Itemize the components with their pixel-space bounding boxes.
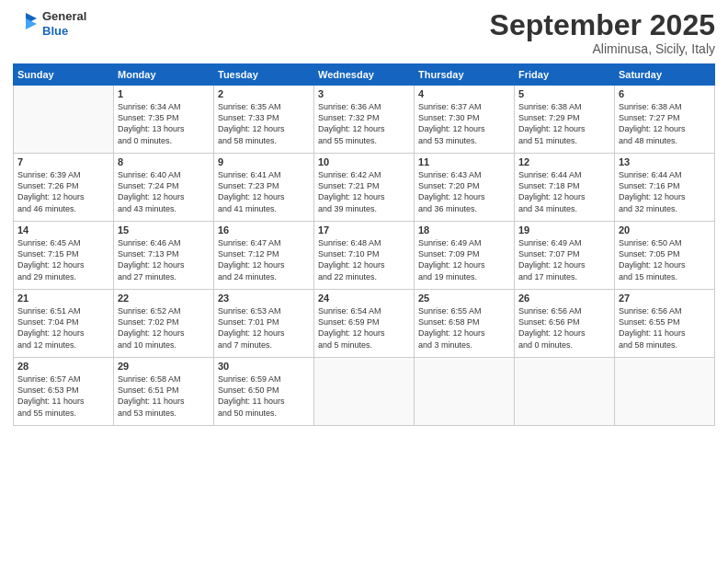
- day-info: Sunrise: 6:38 AMSunset: 7:27 PMDaylight:…: [619, 101, 711, 146]
- day-number: 15: [118, 224, 210, 236]
- logo-blue: Blue: [42, 24, 68, 38]
- day-number: 8: [118, 156, 210, 167]
- table-row: 1Sunrise: 6:34 AMSunset: 7:35 PMDaylight…: [114, 86, 214, 154]
- col-sunday: Sunday: [14, 64, 114, 86]
- day-number: 27: [619, 293, 711, 304]
- day-info: Sunrise: 6:54 AMSunset: 6:59 PMDaylight:…: [318, 305, 410, 350]
- day-number: 23: [218, 293, 310, 304]
- table-row: [515, 358, 615, 426]
- day-info: Sunrise: 6:47 AMSunset: 7:12 PMDaylight:…: [218, 237, 310, 282]
- day-info: Sunrise: 6:48 AMSunset: 7:10 PMDaylight:…: [318, 237, 410, 282]
- table-row: [14, 86, 114, 154]
- col-friday: Friday: [515, 64, 615, 86]
- day-number: 5: [518, 88, 610, 99]
- table-row: 21Sunrise: 6:51 AMSunset: 7:04 PMDayligh…: [14, 290, 114, 358]
- day-info: Sunrise: 6:52 AMSunset: 7:02 PMDaylight:…: [118, 305, 210, 350]
- day-number: 11: [418, 156, 510, 167]
- day-info: Sunrise: 6:59 AMSunset: 6:50 PMDaylight:…: [218, 373, 310, 419]
- day-info: Sunrise: 6:53 AMSunset: 7:01 PMDaylight:…: [218, 305, 310, 350]
- day-info: Sunrise: 6:49 AMSunset: 7:09 PMDaylight:…: [418, 237, 510, 282]
- day-number: 17: [318, 224, 410, 236]
- table-row: 19Sunrise: 6:49 AMSunset: 7:07 PMDayligh…: [515, 222, 615, 290]
- day-info: Sunrise: 6:55 AMSunset: 6:58 PMDaylight:…: [418, 305, 510, 350]
- day-number: 25: [418, 293, 510, 304]
- day-number: 14: [17, 224, 109, 236]
- table-row: 3Sunrise: 6:36 AMSunset: 7:32 PMDaylight…: [314, 86, 415, 154]
- day-info: Sunrise: 6:44 AMSunset: 7:16 PMDaylight:…: [619, 169, 711, 214]
- day-info: Sunrise: 6:56 AMSunset: 6:56 PMDaylight:…: [518, 305, 610, 350]
- logo-icon: [13, 11, 39, 37]
- day-number: 6: [619, 88, 711, 99]
- table-row: 13Sunrise: 6:44 AMSunset: 7:16 PMDayligh…: [615, 154, 715, 222]
- table-row: 23Sunrise: 6:53 AMSunset: 7:01 PMDayligh…: [214, 290, 314, 358]
- day-info: Sunrise: 6:37 AMSunset: 7:30 PMDaylight:…: [418, 101, 510, 146]
- calendar-week-row: 28Sunrise: 6:57 AMSunset: 6:53 PMDayligh…: [14, 358, 715, 426]
- day-number: 21: [17, 293, 109, 304]
- day-number: 12: [518, 156, 610, 167]
- day-info: Sunrise: 6:40 AMSunset: 7:24 PMDaylight:…: [118, 169, 210, 214]
- table-row: 26Sunrise: 6:56 AMSunset: 6:56 PMDayligh…: [515, 290, 615, 358]
- day-info: Sunrise: 6:41 AMSunset: 7:23 PMDaylight:…: [218, 169, 310, 214]
- day-info: Sunrise: 6:49 AMSunset: 7:07 PMDaylight:…: [518, 237, 610, 282]
- day-number: 20: [619, 224, 711, 236]
- col-wednesday: Wednesday: [314, 64, 415, 86]
- col-monday: Monday: [114, 64, 214, 86]
- logo: General Blue: [13, 9, 86, 38]
- table-row: 5Sunrise: 6:38 AMSunset: 7:29 PMDaylight…: [515, 86, 615, 154]
- table-row: 22Sunrise: 6:52 AMSunset: 7:02 PMDayligh…: [114, 290, 214, 358]
- calendar-week-row: 21Sunrise: 6:51 AMSunset: 7:04 PMDayligh…: [14, 290, 715, 358]
- logo-text: General Blue: [42, 9, 86, 38]
- day-number: 18: [418, 224, 510, 236]
- day-info: Sunrise: 6:56 AMSunset: 6:55 PMDaylight:…: [619, 305, 711, 350]
- table-row: 6Sunrise: 6:38 AMSunset: 7:27 PMDaylight…: [615, 86, 715, 154]
- day-info: Sunrise: 6:57 AMSunset: 6:53 PMDaylight:…: [17, 373, 109, 419]
- table-row: 10Sunrise: 6:42 AMSunset: 7:21 PMDayligh…: [314, 154, 415, 222]
- table-row: 27Sunrise: 6:56 AMSunset: 6:55 PMDayligh…: [615, 290, 715, 358]
- calendar-header-row: Sunday Monday Tuesday Wednesday Thursday…: [14, 64, 715, 86]
- table-row: 18Sunrise: 6:49 AMSunset: 7:09 PMDayligh…: [415, 222, 515, 290]
- table-row: 24Sunrise: 6:54 AMSunset: 6:59 PMDayligh…: [314, 290, 415, 358]
- day-number: 24: [318, 293, 410, 304]
- day-info: Sunrise: 6:43 AMSunset: 7:20 PMDaylight:…: [418, 169, 510, 214]
- day-number: 26: [518, 293, 610, 304]
- day-info: Sunrise: 6:46 AMSunset: 7:13 PMDaylight:…: [118, 237, 210, 282]
- day-number: 22: [118, 293, 210, 304]
- day-number: 28: [17, 361, 109, 372]
- day-info: Sunrise: 6:42 AMSunset: 7:21 PMDaylight:…: [318, 169, 410, 214]
- calendar-week-row: 1Sunrise: 6:34 AMSunset: 7:35 PMDaylight…: [14, 86, 715, 154]
- day-info: Sunrise: 6:51 AMSunset: 7:04 PMDaylight:…: [17, 305, 109, 350]
- table-row: 17Sunrise: 6:48 AMSunset: 7:10 PMDayligh…: [314, 222, 415, 290]
- day-info: Sunrise: 6:50 AMSunset: 7:05 PMDaylight:…: [619, 237, 711, 282]
- day-info: Sunrise: 6:39 AMSunset: 7:26 PMDaylight:…: [17, 169, 109, 214]
- day-number: 13: [619, 156, 711, 167]
- day-number: 19: [518, 224, 610, 236]
- day-number: 1: [118, 88, 210, 99]
- table-row: 16Sunrise: 6:47 AMSunset: 7:12 PMDayligh…: [214, 222, 314, 290]
- day-info: Sunrise: 6:35 AMSunset: 7:33 PMDaylight:…: [218, 101, 310, 146]
- table-row: 12Sunrise: 6:44 AMSunset: 7:18 PMDayligh…: [515, 154, 615, 222]
- col-saturday: Saturday: [615, 64, 715, 86]
- day-number: 29: [118, 361, 210, 372]
- day-number: 3: [318, 88, 410, 99]
- day-number: 9: [218, 156, 310, 167]
- table-row: 14Sunrise: 6:45 AMSunset: 7:15 PMDayligh…: [14, 222, 114, 290]
- table-row: 4Sunrise: 6:37 AMSunset: 7:30 PMDaylight…: [415, 86, 515, 154]
- day-info: Sunrise: 6:36 AMSunset: 7:32 PMDaylight:…: [318, 101, 410, 146]
- header: General Blue September 2025 Aliminusa, S…: [13, 9, 715, 56]
- calendar-week-row: 7Sunrise: 6:39 AMSunset: 7:26 PMDaylight…: [14, 154, 715, 222]
- table-row: 30Sunrise: 6:59 AMSunset: 6:50 PMDayligh…: [214, 358, 314, 426]
- title-block: September 2025 Aliminusa, Sicily, Italy: [490, 9, 715, 56]
- table-row: [415, 358, 515, 426]
- calendar-week-row: 14Sunrise: 6:45 AMSunset: 7:15 PMDayligh…: [14, 222, 715, 290]
- location: Aliminusa, Sicily, Italy: [490, 41, 715, 56]
- logo-general: General: [42, 9, 86, 23]
- table-row: 11Sunrise: 6:43 AMSunset: 7:20 PMDayligh…: [415, 154, 515, 222]
- page: General Blue September 2025 Aliminusa, S…: [0, 0, 728, 563]
- day-number: 16: [218, 224, 310, 236]
- table-row: 9Sunrise: 6:41 AMSunset: 7:23 PMDaylight…: [214, 154, 314, 222]
- day-number: 4: [418, 88, 510, 99]
- day-number: 7: [17, 156, 109, 167]
- day-info: Sunrise: 6:38 AMSunset: 7:29 PMDaylight:…: [518, 101, 610, 146]
- table-row: [314, 358, 415, 426]
- day-number: 30: [218, 361, 310, 372]
